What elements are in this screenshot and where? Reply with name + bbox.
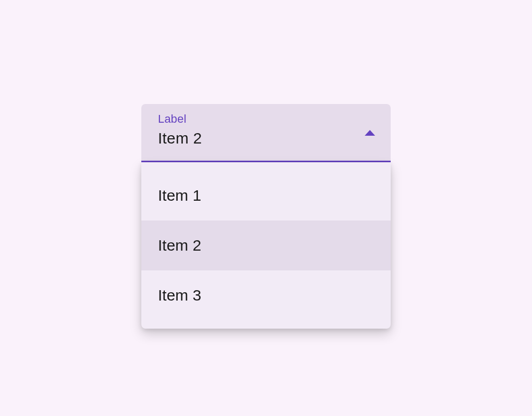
select-option-1[interactable]: Item 1 [141, 171, 391, 220]
option-label: Item 2 [158, 237, 201, 254]
option-label: Item 3 [158, 287, 201, 304]
select-option-2[interactable]: Item 2 [141, 220, 391, 270]
select-container: Label Item 2 Item 1 Item 2 Item 3 [141, 104, 391, 329]
caret-up-icon [365, 130, 375, 136]
select-field[interactable]: Label Item 2 [141, 104, 391, 162]
select-label: Label [158, 113, 374, 125]
select-value: Item 2 [158, 129, 202, 147]
option-label: Item 1 [158, 187, 201, 204]
select-menu: Item 1 Item 2 Item 3 [141, 162, 391, 329]
select-option-3[interactable]: Item 3 [141, 270, 391, 320]
